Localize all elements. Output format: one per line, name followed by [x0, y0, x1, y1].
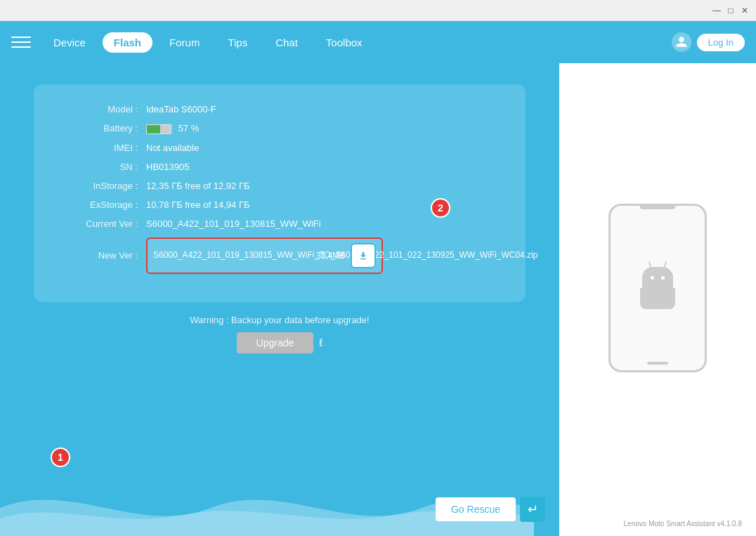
battery-bar-inner: [147, 125, 160, 133]
robot-head: [642, 267, 673, 288]
sn-label: SN :: [55, 162, 146, 172]
content-area: Model : IdeaTab S6000-F Battery : 57 % I…: [0, 63, 756, 536]
battery-percent: 57 %: [178, 123, 200, 133]
upgrade-icon: ℓ: [319, 336, 322, 349]
exstorage-label: ExStorage :: [55, 200, 146, 210]
instorage-row: InStorage : 12,35 ГБ free of 12,92 ГБ: [55, 181, 504, 191]
maximize-button[interactable]: □: [725, 5, 736, 16]
model-value: IdeaTab S6000-F: [146, 104, 216, 115]
warning-text: Warning : Backup your data before upgrad…: [14, 315, 545, 325]
imei-value: Not available: [146, 143, 199, 153]
robot-body: [640, 288, 675, 309]
file-size: 31,4MB: [316, 251, 345, 261]
user-avatar-icon: [672, 32, 691, 52]
right-panel: Lenovo Moto Smart Assistant v4.1.0.8: [559, 63, 756, 536]
instorage-value: 12,35 ГБ free of 12,92 ГБ: [146, 181, 250, 191]
phone-top-bar: [640, 205, 675, 209]
new-ver-highlight-box: S6000_A422_101_019_130815_WW_WiFi_TO_S60…: [146, 237, 383, 274]
nav-item-tips[interactable]: Tips: [216, 32, 259, 53]
close-button[interactable]: ✕: [739, 5, 750, 16]
rescue-area: Go Rescue ↵: [436, 497, 545, 522]
upgrade-area: Upgrade ℓ: [14, 332, 545, 353]
title-bar: — □ ✕: [0, 0, 756, 21]
battery-bar-outer: [146, 124, 171, 134]
device-info-card: Model : IdeaTab S6000-F Battery : 57 % I…: [34, 84, 526, 302]
nav-item-toolbox[interactable]: Toolbox: [315, 32, 374, 53]
minimize-button[interactable]: —: [711, 5, 722, 16]
current-ver-label: Current Ver :: [55, 218, 146, 229]
new-ver-value: S6000_A422_101_019_130815_WW_WiFi_TO_S60…: [153, 249, 308, 261]
sn-value: HB013905: [146, 162, 189, 172]
upgrade-button[interactable]: Upgrade: [237, 332, 314, 353]
model-row: Model : IdeaTab S6000-F: [55, 104, 504, 115]
left-panel: Model : IdeaTab S6000-F Battery : 57 % I…: [0, 63, 559, 536]
nav-item-chat[interactable]: Chat: [264, 32, 309, 53]
robot-eye-right: [661, 276, 665, 280]
go-rescue-button[interactable]: Go Rescue: [436, 497, 516, 521]
battery-label: Battery :: [55, 123, 146, 133]
nav-item-device[interactable]: Device: [42, 32, 97, 53]
window-controls: — □ ✕: [711, 5, 750, 16]
battery-value: 57 %: [146, 123, 199, 134]
exstorage-value: 10,78 ГБ free of 14,94 ГБ: [146, 200, 250, 210]
android-robot: [640, 267, 675, 309]
sn-row: SN : HB013905: [55, 162, 504, 172]
login-button[interactable]: Log In: [697, 34, 745, 51]
battery-row: Battery : 57 %: [55, 123, 504, 134]
instorage-label: InStorage :: [55, 181, 146, 191]
robot-antenna-left: [649, 261, 651, 267]
model-label: Model :: [55, 104, 146, 115]
new-ver-label: New Ver :: [55, 250, 146, 261]
phone-bottom-bar: [647, 362, 668, 365]
version-text: Lenovo Moto Smart Assistant v4.1.0.8: [573, 520, 742, 528]
rescue-enter-button[interactable]: ↵: [520, 497, 545, 522]
robot-eye-left: [651, 276, 654, 280]
app-window: Device Flash Forum Tips Chat Toolbox Log…: [0, 21, 756, 536]
imei-row: IMEI : Not available: [55, 143, 504, 153]
phone-illustration: [601, 84, 714, 478]
imei-label: IMEI :: [55, 143, 146, 153]
nav-item-flash[interactable]: Flash: [103, 32, 152, 53]
nav-item-forum[interactable]: Forum: [158, 32, 211, 53]
hamburger-menu-icon[interactable]: [11, 32, 31, 52]
phone-body: [608, 204, 707, 372]
navbar: Device Flash Forum Tips Chat Toolbox Log…: [0, 21, 756, 63]
user-area: Log In: [672, 32, 745, 52]
robot-antenna-right: [664, 261, 667, 267]
annotation-badge-2: 2: [431, 198, 450, 218]
new-ver-row: New Ver : S6000_A422_101_019_130815_WW_W…: [55, 237, 504, 274]
current-ver-row: Current Ver : S6000_A422_101_019_130815_…: [55, 218, 504, 229]
download-button[interactable]: [351, 243, 376, 268]
annotation-badge-1: 1: [51, 447, 70, 467]
current-ver-value: S6000_A422_101_019_130815_WW_WiFi: [146, 218, 321, 229]
